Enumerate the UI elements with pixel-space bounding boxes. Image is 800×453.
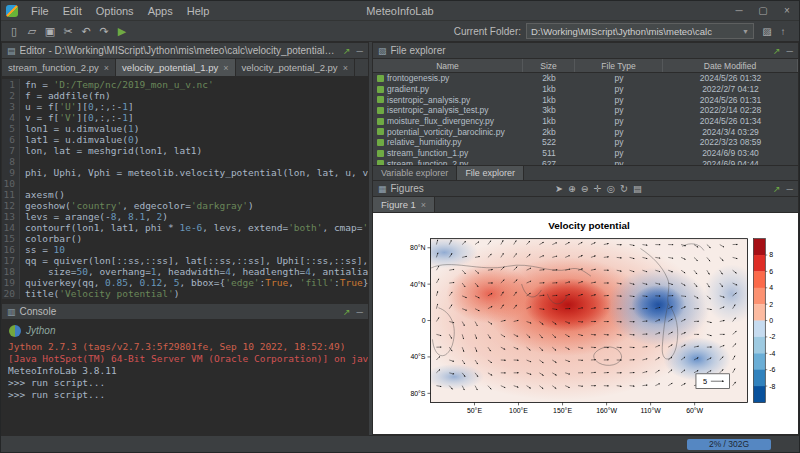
minimize-panel-icon[interactable]: ─ xyxy=(357,307,363,317)
file-name: isentropic_analysis_test.py xyxy=(387,105,489,115)
zoom-out-icon[interactable]: ⊖ xyxy=(581,183,589,194)
menu-help[interactable]: Help xyxy=(180,5,217,17)
tab-file-explorer[interactable]: File explorer xyxy=(457,166,524,180)
save-icon[interactable]: ▣ xyxy=(41,25,59,38)
code-text: title('Velocity potential') xyxy=(20,288,179,299)
table-row[interactable]: frontogenesis.py2kbpy2024/5/26 01:32 xyxy=(373,73,798,84)
svg-text:8: 8 xyxy=(769,252,773,259)
code-line: 16ss = 10 xyxy=(2,244,368,255)
select-icon[interactable]: ➤ xyxy=(555,183,563,194)
close-icon[interactable]: × xyxy=(223,63,228,73)
code-line: 5lon1 = u.dimvalue(1) xyxy=(2,123,368,134)
console-title: Console xyxy=(20,306,57,317)
float-panel-icon[interactable]: ↗ xyxy=(343,307,351,317)
code-line: 1fn = 'D:/Temp/nc/2019_mon_u_v.nc' xyxy=(2,79,368,90)
code-text: lon, lat = meshgrid(lon1, lat1) xyxy=(20,145,202,156)
window-controls: ─▢× xyxy=(727,5,799,16)
console-line: >>> run script... xyxy=(8,389,362,401)
menu-edit[interactable]: Edit xyxy=(56,5,89,17)
pan-icon[interactable]: ✛ xyxy=(594,183,602,194)
parent-folder-icon[interactable]: ↑ xyxy=(775,26,791,37)
column-header-file-type[interactable]: File Type xyxy=(575,59,663,72)
code-text: axesm() xyxy=(20,189,65,200)
table-row[interactable]: isentropic_analysis.py1kbpy2024/5/26 01:… xyxy=(373,94,798,105)
file-size-cell: 2kb xyxy=(523,73,575,83)
table-row[interactable]: stream_function_2.py627py2024/6/9 04:44 xyxy=(373,159,798,166)
code-line: 9phi, Uphi, Vphi = meteolib.velocity_pot… xyxy=(2,167,368,178)
column-header-name[interactable]: Name xyxy=(373,59,523,72)
figure-tab[interactable]: Figure 1 × xyxy=(373,197,435,212)
code-line: 12geoshow('country', edgecolor='darkgray… xyxy=(2,200,368,211)
float-panel-icon[interactable]: ↗ xyxy=(773,46,781,56)
file-type-cell: py xyxy=(575,84,663,94)
svg-text:40°N: 40°N xyxy=(410,281,425,288)
figure-canvas[interactable]: Velocity potential xyxy=(373,213,798,434)
current-folder-area: Current Folder: D:\Working\MIScript\Jyth… xyxy=(454,23,795,39)
code-text xyxy=(20,178,25,189)
code-line: 19quiverkey(qq, 0.85, 0.12, 5, bbox={'ed… xyxy=(2,277,368,288)
table-row[interactable]: gradient.py1kbpy2022/2/7 04:12 xyxy=(373,84,798,95)
float-panel-icon[interactable]: ↗ xyxy=(343,46,351,56)
rotate-icon[interactable]: ↻ xyxy=(620,183,628,194)
editor-tab-stream_function_2.py[interactable]: stream_function_2.py× xyxy=(2,59,116,76)
file-explorer-header: ▧ File explorer ↗ ─ xyxy=(373,43,798,59)
svg-text:80°N: 80°N xyxy=(410,244,425,251)
document-icon: ▤ xyxy=(7,46,16,56)
y-axis-ticks: 80°N40°N040°S80°S xyxy=(410,244,430,397)
svg-text:60°W: 60°W xyxy=(686,407,703,414)
identify-icon[interactable]: ▤ xyxy=(633,183,642,194)
file-date-cell: 2022/3/23 08:59 xyxy=(663,137,798,147)
minimize-panel-icon[interactable]: ─ xyxy=(357,46,363,56)
full-extent-icon[interactable]: ◎ xyxy=(607,183,615,194)
editor-tab-velocity_potential_1.py[interactable]: velocity_potential_1.py× xyxy=(116,59,235,76)
table-row[interactable]: moisture_flux_divergency.py1kbpy2024/5/2… xyxy=(373,116,798,127)
close-button[interactable]: × xyxy=(775,5,799,16)
browse-folder-icon[interactable]: ▨ xyxy=(759,26,775,37)
close-icon[interactable]: × xyxy=(104,63,109,73)
minimize-panel-icon[interactable]: ─ xyxy=(787,46,793,56)
editor-tab-velocity_potential_2.py[interactable]: velocity_potential_2.py× xyxy=(236,59,355,76)
line-number: 20 xyxy=(2,288,20,299)
code-line: 10 xyxy=(2,178,368,189)
minimize-panel-icon[interactable]: ─ xyxy=(787,184,793,194)
menu-apps[interactable]: Apps xyxy=(141,5,180,17)
maximize-button[interactable]: ▢ xyxy=(751,5,775,16)
file-name-cell: stream_function_1.py xyxy=(373,148,523,158)
table-row[interactable]: isentropic_analysis_test.py3kbpy2022/2/1… xyxy=(373,105,798,116)
redo-icon[interactable]: ↷ xyxy=(95,25,113,38)
tab-variable-explorer[interactable]: Variable explorer xyxy=(373,166,457,180)
minimize-button[interactable]: ─ xyxy=(727,5,751,16)
code-text: phi, Uphi, Vphi = meteolib.velocity_pote… xyxy=(20,167,368,178)
zoom-in-icon[interactable]: ⊕ xyxy=(568,183,576,194)
console-output[interactable]: Jython Jython 2.7.3 (tags/v2.7.3:5f29801… xyxy=(2,320,368,434)
code-text: geoshow('country', edgecolor='darkgray') xyxy=(20,200,254,211)
code-editor[interactable]: 1fn = 'D:/Temp/nc/2019_mon_u_v.nc'2f = a… xyxy=(2,77,368,303)
file-name: isentropic_analysis.py xyxy=(387,95,470,105)
menu-options[interactable]: Options xyxy=(89,5,141,17)
table-row[interactable]: stream_function_1.py511py2024/6/9 03:40 xyxy=(373,148,798,159)
float-panel-icon[interactable]: ↗ xyxy=(773,184,781,194)
column-header-size[interactable]: Size xyxy=(523,59,575,72)
cut-icon[interactable]: ✂ xyxy=(59,25,77,38)
undo-icon[interactable]: ↶ xyxy=(77,25,95,38)
current-folder-combobox[interactable]: D:\Working\MIScript\Jython\mis\meteo\cal… xyxy=(526,23,754,39)
run-icon[interactable]: ▶ xyxy=(113,25,131,38)
code-line: 4v = f['V'][0,:,:-1] xyxy=(2,112,368,123)
menu-file[interactable]: File xyxy=(24,5,56,17)
close-icon[interactable]: × xyxy=(343,63,348,73)
chevron-down-icon[interactable]: ▼ xyxy=(742,28,749,35)
file-name-cell: gradient.py xyxy=(373,84,523,94)
quiver-key: 5 xyxy=(696,374,730,389)
column-header-date-modified[interactable]: Date Modified xyxy=(663,59,798,72)
close-icon[interactable]: × xyxy=(421,200,426,210)
file-name: relative_humidity.py xyxy=(387,137,462,147)
python-file-icon xyxy=(377,150,384,157)
jython-logo: Jython xyxy=(8,324,362,338)
open-file-icon[interactable]: ▱ xyxy=(23,25,41,38)
memory-indicator[interactable]: 2% / 302G xyxy=(687,439,771,450)
table-row[interactable]: potential_vorticity_baroclinic.py2kbpy20… xyxy=(373,126,798,137)
table-row[interactable]: relative_humidity.py522py2022/3/23 08:59 xyxy=(373,137,798,148)
line-number: 17 xyxy=(2,255,20,266)
editor-header: ▤ Editor - D:\Working\MIScript\Jython\mi… xyxy=(2,43,368,59)
new-file-icon[interactable]: ▯ xyxy=(5,25,23,38)
